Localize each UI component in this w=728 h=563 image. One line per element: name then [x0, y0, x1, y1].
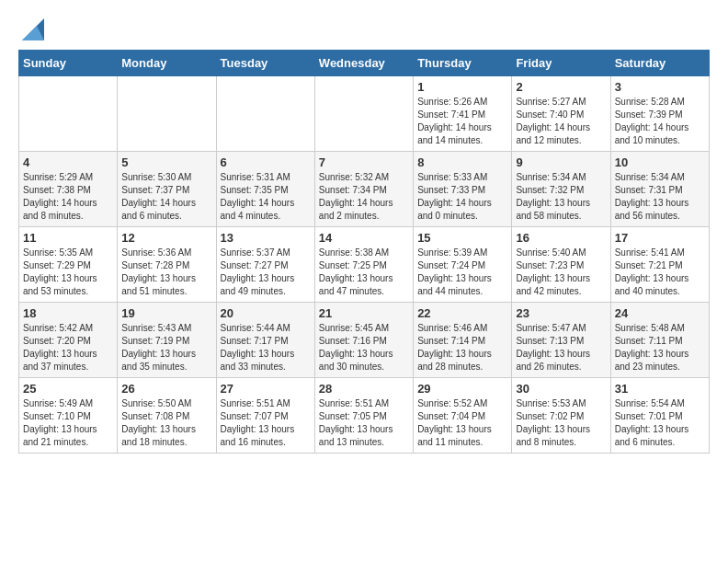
day-info: Sunrise: 5:26 AM Sunset: 7:41 PM Dayligh…: [417, 96, 507, 147]
day-number: 30: [516, 382, 606, 396]
day-number: 11: [23, 231, 113, 245]
day-info: Sunrise: 5:27 AM Sunset: 7:40 PM Dayligh…: [516, 96, 606, 147]
day-number: 16: [516, 231, 606, 245]
calendar-cell: [216, 76, 314, 152]
day-number: 7: [319, 155, 409, 169]
day-number: 1: [417, 80, 507, 94]
day-number: 20: [221, 306, 311, 320]
day-number: 10: [615, 155, 705, 169]
day-number: 8: [417, 155, 507, 169]
calendar-cell: [19, 76, 118, 152]
day-number: 31: [615, 382, 705, 396]
calendar-table: SundayMondayTuesdayWednesdayThursdayFrid…: [18, 50, 710, 454]
calendar-cell: 28Sunrise: 5:51 AM Sunset: 7:05 PM Dayli…: [314, 378, 413, 454]
calendar-cell: 20Sunrise: 5:44 AM Sunset: 7:17 PM Dayli…: [216, 303, 314, 378]
day-info: Sunrise: 5:38 AM Sunset: 7:25 PM Dayligh…: [319, 247, 409, 298]
day-number: 3: [615, 80, 705, 94]
day-number: 23: [516, 306, 606, 320]
day-header-friday: Friday: [512, 51, 610, 76]
day-info: Sunrise: 5:42 AM Sunset: 7:20 PM Dayligh…: [23, 322, 113, 373]
day-header-thursday: Thursday: [414, 51, 512, 76]
day-info: Sunrise: 5:36 AM Sunset: 7:28 PM Dayligh…: [121, 247, 211, 298]
calendar-cell: 8Sunrise: 5:33 AM Sunset: 7:33 PM Daylig…: [414, 152, 512, 227]
calendar-cell: 23Sunrise: 5:47 AM Sunset: 7:13 PM Dayli…: [512, 303, 610, 378]
page-header: [18, 18, 710, 40]
day-header-saturday: Saturday: [610, 51, 709, 76]
day-info: Sunrise: 5:52 AM Sunset: 7:04 PM Dayligh…: [417, 397, 507, 449]
day-info: Sunrise: 5:37 AM Sunset: 7:27 PM Dayligh…: [221, 247, 311, 298]
calendar-cell: 3Sunrise: 5:28 AM Sunset: 7:39 PM Daylig…: [610, 76, 709, 152]
day-number: 19: [121, 306, 211, 320]
logo-icon: [22, 18, 44, 40]
calendar-cell: 13Sunrise: 5:37 AM Sunset: 7:27 PM Dayli…: [216, 227, 314, 303]
day-number: 15: [417, 231, 507, 245]
day-info: Sunrise: 5:34 AM Sunset: 7:31 PM Dayligh…: [615, 171, 705, 223]
day-info: Sunrise: 5:40 AM Sunset: 7:23 PM Dayligh…: [516, 247, 606, 298]
week-row-2: 4Sunrise: 5:29 AM Sunset: 7:38 PM Daylig…: [19, 152, 710, 227]
day-info: Sunrise: 5:32 AM Sunset: 7:34 PM Dayligh…: [319, 171, 409, 223]
day-number: 24: [615, 306, 705, 320]
calendar-cell: 30Sunrise: 5:53 AM Sunset: 7:02 PM Dayli…: [512, 378, 610, 454]
day-number: 25: [23, 382, 113, 396]
day-number: 9: [516, 155, 606, 169]
logo: [18, 18, 44, 40]
day-number: 4: [23, 155, 113, 169]
calendar-cell: 17Sunrise: 5:41 AM Sunset: 7:21 PM Dayli…: [610, 227, 709, 303]
day-number: 14: [319, 231, 409, 245]
day-number: 13: [221, 231, 311, 245]
day-number: 2: [516, 80, 606, 94]
day-info: Sunrise: 5:51 AM Sunset: 7:07 PM Dayligh…: [221, 397, 311, 449]
day-number: 26: [121, 382, 211, 396]
day-header-sunday: Sunday: [19, 51, 118, 76]
calendar-cell: 22Sunrise: 5:46 AM Sunset: 7:14 PM Dayli…: [414, 303, 512, 378]
day-info: Sunrise: 5:29 AM Sunset: 7:38 PM Dayligh…: [23, 171, 113, 223]
day-info: Sunrise: 5:49 AM Sunset: 7:10 PM Dayligh…: [23, 397, 113, 449]
day-info: Sunrise: 5:44 AM Sunset: 7:17 PM Dayligh…: [221, 322, 311, 373]
calendar-cell: 27Sunrise: 5:51 AM Sunset: 7:07 PM Dayli…: [216, 378, 314, 454]
day-info: Sunrise: 5:54 AM Sunset: 7:01 PM Dayligh…: [615, 397, 705, 449]
day-number: 29: [417, 382, 507, 396]
day-number: 6: [221, 155, 311, 169]
day-header-tuesday: Tuesday: [216, 51, 314, 76]
week-row-1: 1Sunrise: 5:26 AM Sunset: 7:41 PM Daylig…: [19, 76, 710, 152]
day-number: 28: [319, 382, 409, 396]
day-number: 5: [121, 155, 211, 169]
day-info: Sunrise: 5:43 AM Sunset: 7:19 PM Dayligh…: [121, 322, 211, 373]
day-headers-row: SundayMondayTuesdayWednesdayThursdayFrid…: [19, 51, 710, 76]
week-row-5: 25Sunrise: 5:49 AM Sunset: 7:10 PM Dayli…: [19, 378, 710, 454]
calendar-cell: 9Sunrise: 5:34 AM Sunset: 7:32 PM Daylig…: [512, 152, 610, 227]
day-info: Sunrise: 5:45 AM Sunset: 7:16 PM Dayligh…: [319, 322, 409, 373]
day-info: Sunrise: 5:35 AM Sunset: 7:29 PM Dayligh…: [23, 247, 113, 298]
day-header-monday: Monday: [118, 51, 216, 76]
day-info: Sunrise: 5:39 AM Sunset: 7:24 PM Dayligh…: [417, 247, 507, 298]
day-info: Sunrise: 5:53 AM Sunset: 7:02 PM Dayligh…: [516, 397, 606, 449]
week-row-3: 11Sunrise: 5:35 AM Sunset: 7:29 PM Dayli…: [19, 227, 710, 303]
day-info: Sunrise: 5:41 AM Sunset: 7:21 PM Dayligh…: [615, 247, 705, 298]
week-row-4: 18Sunrise: 5:42 AM Sunset: 7:20 PM Dayli…: [19, 303, 710, 378]
calendar-cell: 14Sunrise: 5:38 AM Sunset: 7:25 PM Dayli…: [314, 227, 413, 303]
calendar-cell: 4Sunrise: 5:29 AM Sunset: 7:38 PM Daylig…: [19, 152, 118, 227]
day-info: Sunrise: 5:46 AM Sunset: 7:14 PM Dayligh…: [417, 322, 507, 373]
calendar-cell: 18Sunrise: 5:42 AM Sunset: 7:20 PM Dayli…: [19, 303, 118, 378]
day-number: 12: [121, 231, 211, 245]
day-info: Sunrise: 5:51 AM Sunset: 7:05 PM Dayligh…: [319, 397, 409, 449]
calendar-cell: 6Sunrise: 5:31 AM Sunset: 7:35 PM Daylig…: [216, 152, 314, 227]
calendar-cell: 2Sunrise: 5:27 AM Sunset: 7:40 PM Daylig…: [512, 76, 610, 152]
day-number: 27: [221, 382, 311, 396]
calendar-cell: 26Sunrise: 5:50 AM Sunset: 7:08 PM Dayli…: [118, 378, 216, 454]
day-number: 21: [319, 306, 409, 320]
day-info: Sunrise: 5:48 AM Sunset: 7:11 PM Dayligh…: [615, 322, 705, 373]
day-info: Sunrise: 5:34 AM Sunset: 7:32 PM Dayligh…: [516, 171, 606, 223]
calendar-cell: 7Sunrise: 5:32 AM Sunset: 7:34 PM Daylig…: [314, 152, 413, 227]
calendar-cell: 12Sunrise: 5:36 AM Sunset: 7:28 PM Dayli…: [118, 227, 216, 303]
day-number: 17: [615, 231, 705, 245]
day-header-wednesday: Wednesday: [314, 51, 413, 76]
day-info: Sunrise: 5:47 AM Sunset: 7:13 PM Dayligh…: [516, 322, 606, 373]
calendar-cell: 11Sunrise: 5:35 AM Sunset: 7:29 PM Dayli…: [19, 227, 118, 303]
calendar-cell: [314, 76, 413, 152]
calendar-cell: 15Sunrise: 5:39 AM Sunset: 7:24 PM Dayli…: [414, 227, 512, 303]
calendar-cell: 19Sunrise: 5:43 AM Sunset: 7:19 PM Dayli…: [118, 303, 216, 378]
calendar-cell: 5Sunrise: 5:30 AM Sunset: 7:37 PM Daylig…: [118, 152, 216, 227]
day-number: 22: [417, 306, 507, 320]
day-info: Sunrise: 5:30 AM Sunset: 7:37 PM Dayligh…: [121, 171, 211, 223]
